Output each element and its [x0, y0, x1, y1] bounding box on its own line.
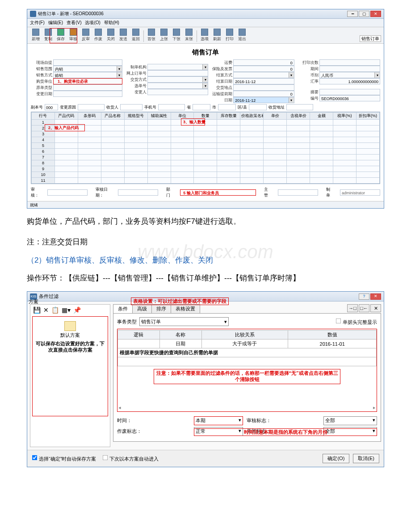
- grid-cell[interactable]: [78, 160, 101, 166]
- grid-cell[interactable]: [194, 137, 217, 143]
- fld-mobile[interactable]: [158, 104, 185, 110]
- grid-cell[interactable]: [78, 172, 101, 178]
- grid-cell[interactable]: [310, 126, 333, 131]
- scroll-left-icon[interactable]: ◂: [118, 405, 121, 411]
- fld-chgreason[interactable]: [78, 104, 105, 110]
- grid-cell[interactable]: [78, 137, 101, 143]
- grid-row[interactable]: 10: [32, 172, 380, 178]
- fld-pickup[interactable]: [53, 59, 122, 66]
- grid-cell[interactable]: [124, 131, 147, 137]
- doc-type-search[interactable]: 销售订单: [360, 35, 381, 42]
- grid-cell[interactable]: [101, 149, 124, 155]
- grid-cell[interactable]: [147, 155, 171, 160]
- grid-cell[interactable]: [287, 126, 310, 131]
- picker-icon[interactable]: ▾: [202, 64, 208, 70]
- grid-cell[interactable]: [217, 149, 240, 155]
- grid-cell[interactable]: [171, 137, 194, 143]
- grid-cell[interactable]: [240, 149, 264, 155]
- grid-cell[interactable]: [194, 155, 217, 160]
- grid-cell[interactable]: [147, 178, 171, 184]
- copy-scheme-icon[interactable]: 📋: [51, 306, 59, 314]
- grid-cell[interactable]: [101, 178, 124, 184]
- grid-cell[interactable]: [287, 166, 310, 172]
- pin-scheme-icon[interactable]: 📌: [73, 306, 81, 314]
- grid-cell[interactable]: [356, 131, 379, 137]
- grid-cell[interactable]: [264, 143, 287, 149]
- tb-next[interactable]: 下张: [171, 29, 182, 42]
- fld-deliverytype[interactable]: ▾: [147, 76, 208, 83]
- grid-cell[interactable]: [124, 172, 147, 178]
- grid-cell[interactable]: [356, 143, 379, 149]
- grid-cell[interactable]: [310, 166, 333, 172]
- grid-cell[interactable]: [147, 120, 171, 126]
- condition-row[interactable]: 日期 大于或等于 2016-11-01: [118, 339, 377, 348]
- close-button[interactable]: ✕: [370, 11, 381, 17]
- tb-print[interactable]: 打印: [224, 29, 235, 42]
- tb-close-doc[interactable]: 关闭: [105, 29, 117, 42]
- grid-row[interactable]: 9: [32, 166, 380, 172]
- fld-range[interactable]: 内销▾: [53, 66, 122, 72]
- tb-void[interactable]: 作废: [92, 29, 104, 42]
- clear-condition-button[interactable]: ✕: [370, 304, 381, 312]
- grid-cell[interactable]: [78, 166, 101, 172]
- grid-cell[interactable]: [356, 178, 379, 184]
- grid-cell[interactable]: [240, 178, 264, 184]
- fld-freight[interactable]: 0: [233, 59, 294, 66]
- fld-currency[interactable]: 人民币▾: [319, 72, 380, 78]
- grid-cell[interactable]: [101, 137, 124, 143]
- grid-cell[interactable]: [310, 131, 333, 137]
- add-condition-button[interactable]: →□: [347, 304, 358, 312]
- tb-unaudit[interactable]: 反审: [80, 29, 92, 42]
- grid-row[interactable]: 2: [32, 126, 380, 131]
- tab-sort[interactable]: 排序: [151, 304, 171, 313]
- grid-cell[interactable]: [333, 178, 356, 184]
- menu-file[interactable]: 文件(F): [30, 20, 45, 26]
- grid-cell[interactable]: [217, 131, 240, 137]
- grid-cell[interactable]: [55, 166, 78, 172]
- grid-scheme-icon[interactable]: ▦▾: [62, 306, 71, 314]
- grid-cell[interactable]: [310, 149, 333, 155]
- grid-cell[interactable]: [101, 160, 124, 166]
- grid-cell[interactable]: [264, 131, 287, 137]
- grid-cell[interactable]: [55, 160, 78, 166]
- grid-cell[interactable]: [287, 143, 310, 149]
- time-select[interactable]: 本期▾: [194, 416, 243, 425]
- grid-cell[interactable]: [240, 120, 264, 126]
- picker-icon[interactable]: ▾: [202, 77, 208, 82]
- grid-cell[interactable]: [124, 149, 147, 155]
- grid-cell[interactable]: [124, 166, 147, 172]
- grid-cell[interactable]: [124, 143, 147, 149]
- calendar-icon[interactable]: ▾: [289, 97, 294, 103]
- save-scheme-icon[interactable]: 💾: [33, 306, 41, 314]
- fld-leadtime[interactable]: 0: [233, 91, 294, 97]
- grid-cell[interactable]: [240, 172, 264, 178]
- menu-edit[interactable]: 编辑(E): [48, 20, 63, 26]
- grid-cell[interactable]: [171, 160, 194, 166]
- grid-cell[interactable]: [171, 166, 194, 172]
- grid-row[interactable]: 5: [32, 143, 380, 149]
- maximize-button[interactable]: ▢: [359, 11, 369, 17]
- grid-cell[interactable]: [55, 131, 78, 137]
- grid-row[interactable]: 11: [32, 178, 380, 184]
- grid-cell[interactable]: [264, 160, 287, 166]
- fld-addr[interactable]: [286, 104, 313, 110]
- tb-refresh[interactable]: 刷新: [211, 29, 223, 42]
- fld-dept[interactable]: 5 输入部门和业务员: [180, 189, 256, 196]
- audit-select[interactable]: 全部▾: [323, 416, 377, 425]
- fld-receiver[interactable]: [120, 104, 143, 110]
- type-select[interactable]: 销售订单▾: [139, 317, 229, 326]
- grid-cell[interactable]: [333, 131, 356, 137]
- grid-cell[interactable]: [287, 120, 310, 126]
- grid-cell[interactable]: [124, 155, 147, 160]
- grid-cell[interactable]: [101, 131, 124, 137]
- grid-cell[interactable]: [124, 120, 147, 126]
- grid-cell[interactable]: [55, 155, 78, 160]
- menu-help[interactable]: 帮助(H): [104, 20, 119, 26]
- fld-city[interactable]: [218, 104, 236, 110]
- grid-cell[interactable]: [194, 149, 217, 155]
- fld-settle[interactable]: ▾: [233, 72, 294, 78]
- grid-cell[interactable]: [356, 172, 379, 178]
- grid-cell[interactable]: [264, 178, 287, 184]
- grid-cell[interactable]: [287, 178, 310, 184]
- grid-cell[interactable]: [78, 131, 101, 137]
